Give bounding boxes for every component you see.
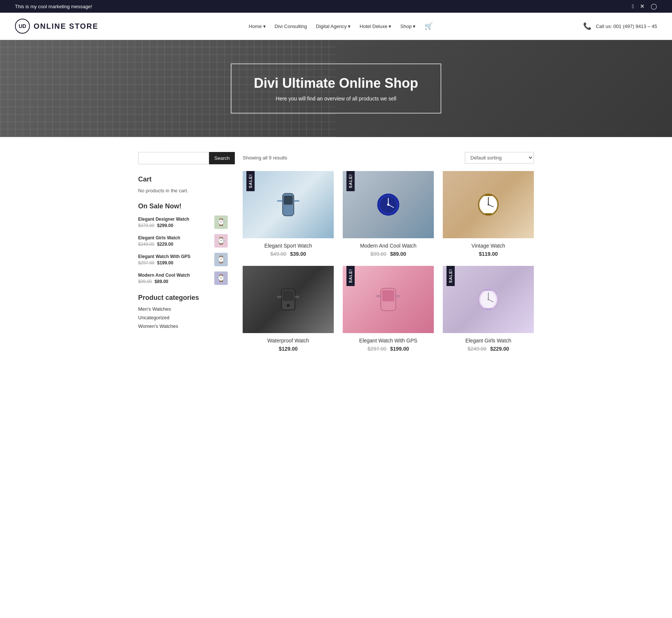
sale-badge-1: SALE! xyxy=(246,171,255,191)
product-image-4 xyxy=(243,266,334,333)
facebook-icon[interactable]:  xyxy=(632,3,634,10)
sale-item-3-old-price: $297.00 xyxy=(138,260,154,265)
product-price-new-5: $199.00 xyxy=(390,346,409,352)
phone-number: Call us: 001 (497) 9413 – 45 xyxy=(596,24,657,29)
category-uncategorized[interactable]: Uncategorized xyxy=(138,315,228,320)
svg-rect-17 xyxy=(283,291,294,301)
product-name-3: Vintage Watch xyxy=(443,243,534,249)
product-name-4: Waterproof Watch xyxy=(243,338,334,344)
product-image-wrap-2: SALE! xyxy=(343,171,434,238)
product-card-vintage-watch[interactable]: Vintage Watch $119.00 xyxy=(443,171,534,257)
sale-item-4-new-price: $89.00 xyxy=(155,279,168,284)
product-card-elegant-gps-watch[interactable]: SALE! Elegant Watch With GPS $297.00 $19… xyxy=(343,266,434,352)
twitter-icon[interactable]: ✕ xyxy=(640,3,645,10)
phone-icon: 📞 xyxy=(583,22,591,30)
svg-point-20 xyxy=(287,304,290,307)
sale-badge-5: SALE! xyxy=(346,266,355,286)
product-image-5 xyxy=(343,266,434,333)
nav-hotel-deluxe[interactable]: Hotel Deluxe ▾ xyxy=(360,24,391,29)
sale-item-1-old-price: $379.00 xyxy=(138,223,154,228)
product-card-modern-cool-watch[interactable]: SALE! Modern And Cool Watch $99.00 xyxy=(343,171,434,257)
top-bar-socials:  ✕ ◯ xyxy=(632,3,657,10)
sale-item-1-new-price: $299.00 xyxy=(157,223,173,228)
logo-icon: UD xyxy=(15,19,30,34)
results-count: Showing all 9 results xyxy=(243,155,287,161)
product-image-2 xyxy=(343,171,434,238)
product-image-wrap-6: SALE! xyxy=(443,266,534,333)
nav-digital-agency[interactable]: Digital Agency ▾ xyxy=(316,24,351,29)
nav-home[interactable]: Home ▾ xyxy=(249,24,265,29)
product-card-elegant-girls-watch[interactable]: SALE! Elegant Girls Watch xyxy=(443,266,534,352)
product-price-old-6: $249.00 xyxy=(467,346,486,352)
product-price-old-1: $49.00 xyxy=(270,251,286,257)
sale-item-1-thumbnail: ⌚ xyxy=(214,215,228,229)
product-name-6: Elegant Girls Watch xyxy=(443,338,534,344)
cart-title: Cart xyxy=(138,176,228,183)
sale-item-4[interactable]: Modern And Cool Watch $99.00 $89.00 ⌚ xyxy=(138,271,228,285)
product-price-old-5: $297.00 xyxy=(367,346,386,352)
sale-item-3-thumbnail: ⌚ xyxy=(214,253,228,266)
product-image-6 xyxy=(443,266,534,333)
product-image-1 xyxy=(243,171,334,238)
svg-rect-30 xyxy=(484,289,493,291)
sale-item-3-name: Elegant Watch With GPS xyxy=(138,254,214,259)
svg-rect-22 xyxy=(382,290,394,301)
sale-item-2-name: Elegant Girls Watch xyxy=(138,235,214,240)
instagram-icon[interactable]: ◯ xyxy=(651,3,657,10)
main-nav: Home ▾ Divi Consulting Digital Agency ▾ … xyxy=(249,22,433,30)
product-price-old-2: $99.00 xyxy=(370,251,386,257)
sort-select[interactable]: Default sorting Sort by price: low to hi… xyxy=(465,152,534,164)
logo-text: ONLINE STORE xyxy=(34,22,99,31)
svg-rect-23 xyxy=(376,295,381,297)
sale-item-1-name: Elegant Designer Watch xyxy=(138,217,214,222)
svg-rect-24 xyxy=(396,295,400,297)
sale-item-3-new-price: $199.00 xyxy=(157,260,173,265)
sale-item-2[interactable]: Elegant Girls Watch $249.00 $229.00 ⌚ xyxy=(138,234,228,248)
main-content: Search Cart No products in the cart. On … xyxy=(123,137,549,367)
svg-rect-18 xyxy=(277,296,281,298)
search-input[interactable] xyxy=(138,152,209,164)
svg-rect-1 xyxy=(284,196,293,205)
product-name-2: Modern And Cool Watch xyxy=(343,243,434,249)
svg-rect-31 xyxy=(484,308,493,310)
cart-icon[interactable]: 🛒 xyxy=(424,22,433,30)
categories-title: Product categories xyxy=(138,294,228,302)
product-card-elegant-sport-watch[interactable]: SALE! Elegant Sport Watch $49.00 $39.00 xyxy=(243,171,334,257)
nav-shop[interactable]: Shop ▾ xyxy=(400,24,416,29)
sale-item-3[interactable]: Elegant Watch With GPS $297.00 $199.00 ⌚ xyxy=(138,253,228,266)
products-area: Showing all 9 results Default sorting So… xyxy=(243,152,534,352)
hero-title: Divi Ultimate Online Shop xyxy=(254,75,418,91)
product-image-wrap-5: SALE! xyxy=(343,266,434,333)
search-button[interactable]: Search xyxy=(209,152,235,164)
svg-rect-3 xyxy=(294,200,299,202)
category-womens-watches[interactable]: Women's Watches xyxy=(138,323,228,329)
hero-subtitle: Here you will find an overview of all pr… xyxy=(254,96,418,102)
sidebar: Search Cart No products in the cart. On … xyxy=(138,152,228,352)
nav-divi-consulting[interactable]: Divi Consulting xyxy=(275,24,307,29)
category-mens-watches[interactable]: Men's Watches xyxy=(138,306,228,312)
on-sale-section: On Sale Now! Elegant Designer Watch $379… xyxy=(138,202,228,285)
top-bar-message: This is my cool marketing message! xyxy=(15,4,92,9)
sale-badge-2: SALE! xyxy=(346,171,355,191)
cart-section: Cart No products in the cart. xyxy=(138,176,228,193)
hero-section: Divi Ultimate Online Shop Here you will … xyxy=(0,40,672,137)
svg-rect-15 xyxy=(485,213,492,215)
product-card-waterproof-watch[interactable]: Waterproof Watch $129.00 xyxy=(243,266,334,352)
product-name-5: Elegant Watch With GPS xyxy=(343,338,434,344)
svg-rect-2 xyxy=(277,200,283,202)
product-image-wrap-1: SALE! xyxy=(243,171,334,238)
product-price-3: $119.00 xyxy=(479,251,498,257)
top-bar: This is my cool marketing message!  ✕ ◯ xyxy=(0,0,672,13)
svg-rect-19 xyxy=(295,296,299,298)
header-right: 📞 Call us: 001 (497) 9413 – 45 xyxy=(583,22,657,30)
sale-item-2-thumbnail: ⌚ xyxy=(214,234,228,248)
sale-item-1[interactable]: Elegant Designer Watch $379.00 $299.00 ⌚ xyxy=(138,215,228,229)
search-form: Search xyxy=(138,152,228,164)
sale-item-2-old-price: $249.00 xyxy=(138,242,154,247)
product-price-new-1: $39.00 xyxy=(290,251,306,257)
products-header: Showing all 9 results Default sorting So… xyxy=(243,152,534,164)
product-price-new-2: $89.00 xyxy=(390,251,406,257)
sale-badge-6: SALE! xyxy=(447,266,455,286)
product-image-wrap-3 xyxy=(443,171,534,238)
logo[interactable]: UD ONLINE STORE xyxy=(15,19,99,34)
